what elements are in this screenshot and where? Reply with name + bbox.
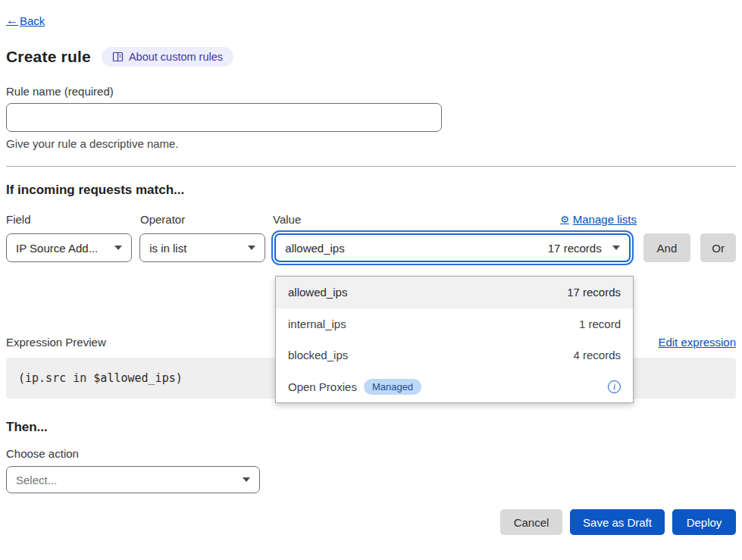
list-item-count: 17 records [567, 286, 621, 299]
action-select-placeholder: Select... [16, 474, 57, 486]
expression-preview-label: Expression Preview [6, 336, 106, 349]
condition-controls-row: IP Source Add... is in list allowed_ips … [6, 233, 736, 262]
book-icon [112, 52, 124, 62]
chevron-down-icon [612, 246, 620, 250]
action-select[interactable]: Select... [6, 466, 260, 493]
list-item-name: Open Proxies [288, 380, 357, 393]
chevron-down-icon [243, 477, 250, 482]
rule-name-label: Rule name (required) [6, 85, 736, 98]
field-label: Field [6, 213, 133, 226]
value-combobox[interactable]: allowed_ips 17 records [274, 233, 630, 262]
back-link-label: Back [20, 14, 45, 27]
page-title: Create rule [6, 48, 91, 66]
value-label: Value [273, 213, 301, 226]
value-combobox-selected: allowed_ips [285, 242, 344, 255]
info-icon[interactable]: i [608, 380, 621, 393]
save-as-draft-button[interactable]: Save as Draft [570, 509, 665, 535]
gear-icon: ⚙ [560, 214, 569, 225]
manage-lists-label: Manage lists [573, 213, 637, 226]
edit-expression-link[interactable]: Edit expression [658, 336, 736, 349]
rule-name-helper: Give your rule a descriptive name. [6, 137, 736, 150]
operator-select-value: is in list [149, 242, 186, 255]
footer-actions: Cancel Save as Draft Deploy [6, 509, 736, 535]
create-rule-page: ←Back Create rule About custom rules Rul… [0, 0, 742, 535]
expression-code: (ip.src in $allowed_ips) [18, 371, 183, 385]
rule-name-input[interactable] [6, 103, 442, 132]
and-button[interactable]: And [643, 233, 691, 262]
about-custom-rules-badge[interactable]: About custom rules [102, 47, 233, 67]
list-item-allowed-ips[interactable]: allowed_ips 17 records [276, 277, 633, 308]
title-row: Create rule About custom rules [6, 47, 736, 67]
then-section-heading: Then... [6, 420, 736, 435]
condition-labels-row: Field Operator Value ⚙Manage lists [6, 213, 736, 226]
operator-select[interactable]: is in list [139, 233, 265, 262]
list-item-blocked-ips[interactable]: blocked_ips 4 records [276, 339, 633, 371]
deploy-button[interactable]: Deploy [672, 509, 736, 535]
about-badge-label: About custom rules [129, 51, 223, 63]
list-item-name: blocked_ips [288, 349, 348, 361]
chevron-down-icon [248, 246, 255, 250]
list-item-internal-ips[interactable]: internal_ips 1 record [276, 308, 633, 340]
or-button[interactable]: Or [700, 233, 736, 262]
value-records-count: 17 records [548, 242, 602, 255]
section-divider [6, 166, 736, 167]
value-dropdown-panel: allowed_ips 17 records internal_ips 1 re… [275, 276, 634, 403]
list-item-name: allowed_ips [288, 286, 347, 299]
list-item-count: 1 record [579, 318, 621, 330]
operator-label: Operator [140, 213, 267, 226]
manage-lists-link[interactable]: ⚙Manage lists [560, 213, 637, 226]
back-arrow-icon: ← [6, 14, 18, 27]
field-select-value: IP Source Add... [16, 242, 98, 255]
list-item-count: 4 records [573, 349, 621, 361]
managed-badge: Managed [364, 379, 421, 395]
list-item-name: internal_ips [288, 318, 346, 330]
chevron-down-icon [114, 246, 122, 250]
choose-action-label: Choose action [6, 447, 736, 460]
cancel-button[interactable]: Cancel [500, 509, 562, 535]
list-item-open-proxies[interactable]: Open Proxies Managed i [276, 371, 633, 403]
match-section-heading: If incoming requests match... [6, 183, 736, 198]
field-select[interactable]: IP Source Add... [6, 233, 132, 262]
back-link[interactable]: ←Back [6, 14, 45, 27]
